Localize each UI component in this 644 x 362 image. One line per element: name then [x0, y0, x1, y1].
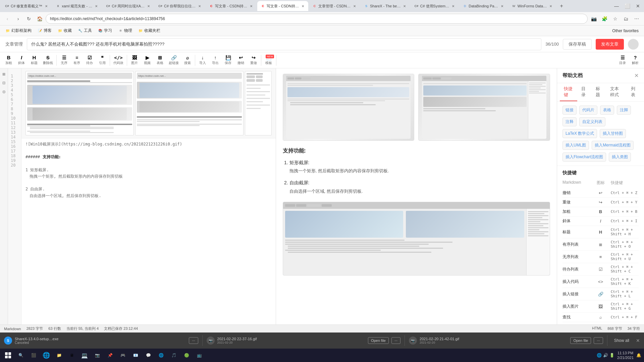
help-tab-list[interactable]: 列表 [627, 83, 641, 101]
publish-button[interactable]: 发布文章 [596, 39, 624, 50]
help-link-table[interactable]: 表格 [600, 106, 614, 115]
bookmark-5[interactable]: 📚 学习 [95, 27, 115, 35]
tab-4[interactable]: C# C# 你帮我往往往… ✕ [155, 1, 205, 11]
toolbar-unordered-list[interactable]: ☰ 无序 [58, 54, 70, 67]
help-tab-shortcuts[interactable]: 快捷键 [560, 83, 577, 101]
save-draft-button[interactable]: 保存草稿 [563, 39, 592, 50]
notif-action-1[interactable]: ··· [189, 337, 198, 344]
taskbar-music[interactable]: 🎵 [168, 349, 180, 361]
toolbar-image[interactable]: 🖼 图片 [128, 54, 141, 67]
screenshot-icon[interactable]: 📷 [589, 14, 598, 23]
forward-button[interactable]: › [13, 14, 23, 23]
notif-close-button[interactable]: ✕ [636, 338, 640, 343]
toolbar-todo[interactable]: ☑ 待办 [84, 54, 96, 67]
tab-close-10[interactable]: ✕ [499, 3, 505, 9]
notif-open-2[interactable]: Open file [368, 337, 389, 344]
toolbar-search[interactable]: ⌕ 搜索 [181, 54, 194, 67]
help-link-gantt[interactable]: 插入甘特图 [600, 129, 626, 138]
help-tab-text-style[interactable]: 文本样式 [606, 83, 627, 101]
taskbar-browser-2[interactable]: 🌐 [155, 349, 167, 361]
minimize-button[interactable]: — [612, 1, 621, 11]
help-panel-close[interactable]: ✕ [634, 72, 639, 79]
back-button[interactable]: ‹ [3, 14, 12, 23]
toolbar-code[interactable]: </> 代码块 [111, 54, 125, 67]
toolbar-quote[interactable]: ❝ 引用 [96, 54, 108, 67]
tab-5[interactable]: C 写文章 - CSDN持… ✕ [206, 1, 257, 11]
toolbar-strikethrough[interactable]: S 删除线 [41, 54, 55, 67]
tab-9[interactable]: C# C# 使用System… ✕ [411, 1, 459, 11]
help-link-latex[interactable]: LaTeX 数学公式 [562, 129, 597, 138]
toolbar-link[interactable]: 🔗 超链接 [167, 54, 181, 67]
toolbar-save[interactable]: 💾 保存 [222, 54, 234, 67]
toolbar-toc[interactable]: ☰ 目录 [616, 54, 629, 67]
taskbar-tv[interactable]: 📺 [193, 349, 205, 361]
tab-close-6[interactable]: ✕ [300, 3, 306, 9]
tab-close-5[interactable]: ✕ [249, 3, 254, 9]
taskbar-taskview[interactable]: ⬛ [28, 349, 40, 361]
taskbar-explorer[interactable]: 📁 [53, 349, 65, 361]
help-link-code[interactable]: 代码片 [579, 106, 597, 115]
restore-button[interactable]: ⬜ [623, 1, 632, 11]
help-link-uml[interactable]: 插入UML图 [562, 141, 589, 150]
home-button[interactable]: 🏠 [35, 14, 44, 23]
toolbar-heading[interactable]: H 标题 [28, 54, 40, 67]
extension-icon[interactable]: 🧩 [600, 14, 609, 23]
taskbar-sharex[interactable]: 📷 [91, 349, 103, 361]
bookmark-6[interactable]: ⚛ 物理 [115, 27, 135, 35]
tab-7[interactable]: C 文章管理 - CSDN… ✕ [309, 1, 360, 11]
tab-2[interactable]: X xaml 规范失败 - … ✕ [52, 1, 102, 11]
left-icon-3[interactable]: ◎ [1, 88, 7, 95]
toolbar-undo[interactable]: ↩ 撤销 [235, 54, 247, 67]
notif-more-2[interactable]: ··· [391, 337, 400, 344]
taskbar-mail[interactable]: 📧 [129, 349, 142, 361]
tab-11[interactable]: W WinForms Data… ✕ [508, 1, 556, 11]
notif-more-3[interactable]: ··· [594, 337, 603, 344]
taskbar-game[interactable]: 🎮 [117, 349, 129, 361]
toolbar-redo[interactable]: ↪ 重做 [248, 54, 260, 67]
tab-1[interactable]: C# C# 修复查看截义™ ✕ [1, 1, 52, 11]
help-link-comment[interactable]: 注释 [562, 117, 577, 126]
help-link-classdiagram[interactable]: 插入类图 [609, 153, 631, 162]
tab-close-2[interactable]: ✕ [94, 3, 99, 9]
tab-3[interactable]: C# C# 周同时出现XA… ✕ [102, 1, 154, 11]
help-link-custom-list[interactable]: 自定义列表 [579, 117, 605, 126]
toolbar-export[interactable]: ↑ 导出 [209, 54, 221, 67]
favorites-button[interactable]: ☆ [610, 14, 620, 23]
tab-close-3[interactable]: ✕ [146, 3, 151, 9]
toolbar-ordered-list[interactable]: ≡ 有序 [71, 54, 83, 67]
tab-add-button[interactable]: + [557, 1, 566, 11]
taskbar-monitor[interactable]: 🖥 [66, 349, 78, 361]
tab-close-4[interactable]: ✕ [197, 3, 202, 9]
tab-10[interactable]: D DataBinding Pa… ✕ [459, 1, 507, 11]
tab-close-1[interactable]: ✕ [44, 3, 49, 9]
taskbar-green[interactable]: 🟢 [180, 349, 193, 361]
settings-button[interactable]: ⋯ [632, 14, 641, 23]
user-avatar[interactable] [628, 39, 639, 50]
toolbar-help[interactable]: ? 解析 [629, 54, 641, 67]
toolbar-import[interactable]: ↓ 导入 [197, 54, 209, 67]
taskbar-search[interactable]: 🔍 [15, 349, 27, 361]
help-link-flowchart[interactable]: 插入Flowchart流程图 [562, 153, 606, 162]
taskbar-clock[interactable]: 11:13 PM 2/21/2021 [617, 351, 634, 360]
tab-close-9[interactable]: ✕ [450, 3, 456, 9]
help-tab-heading[interactable]: 标题 [592, 83, 606, 101]
left-icon-1[interactable]: ⊞ [1, 71, 7, 77]
help-link-hyperlink[interactable]: 链接 [562, 106, 577, 115]
taskbar-volume-icon[interactable]: 🔊 [603, 353, 608, 358]
tab-close-11[interactable]: ✕ [548, 3, 553, 9]
taskbar-notification-area[interactable]: 🔔 [636, 353, 641, 358]
taskbar-edge[interactable]: 🌐 [40, 349, 52, 361]
toolbar-video[interactable]: ▶ 视频 [141, 54, 153, 67]
show-all-button[interactable]: Show all [611, 337, 632, 344]
notif-open-3[interactable]: Open file [570, 337, 591, 344]
toolbar-table[interactable]: ⊞ 表格 [154, 54, 166, 67]
taskbar-pin[interactable]: 📌 [104, 349, 116, 361]
tab-8[interactable]: S ShareX - The be… ✕ [361, 1, 410, 11]
taskbar-network-icon[interactable]: 🌐 [597, 353, 602, 358]
taskbar-battery-icon[interactable]: 🔋 [609, 353, 614, 358]
other-favorites[interactable]: Other favorites [609, 27, 641, 34]
taskbar-vs[interactable]: 💻 [78, 349, 91, 361]
address-bar[interactable]: https://editor.csdn.net/md?not_checkout=… [46, 14, 588, 24]
bookmark-4[interactable]: 🔧 工具 [75, 27, 95, 35]
refresh-button[interactable]: ↻ [24, 14, 34, 23]
